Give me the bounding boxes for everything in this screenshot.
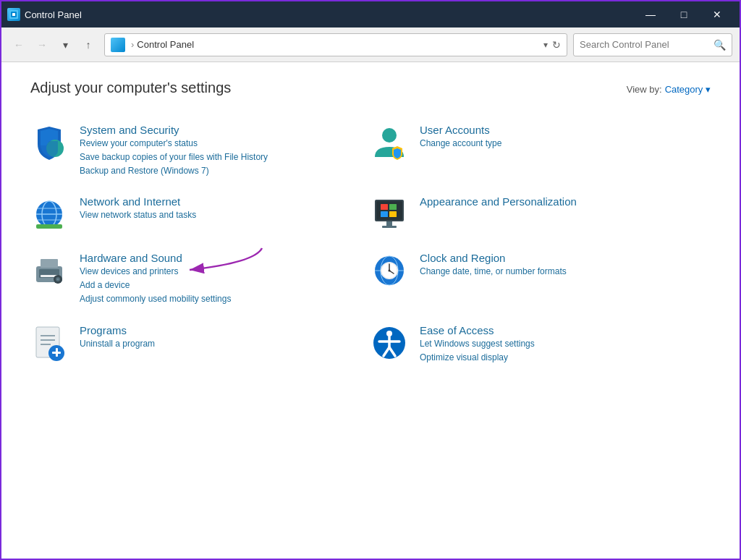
clock-region-text: Clock and Region Change date, time, or n… (420, 252, 567, 278)
category-system-security: System and Security Review your computer… (30, 116, 370, 188)
search-icon: 🔍 (714, 39, 726, 51)
categories-grid: System and Security Review your computer… (30, 116, 711, 375)
address-bar: › Control Panel ▾ ↻ (104, 33, 567, 56)
refresh-button[interactable]: ↻ (552, 39, 561, 51)
search-input[interactable] (580, 39, 714, 50)
programs-link-1[interactable]: Uninstall a program (80, 338, 155, 350)
up-button[interactable]: ↑ (78, 35, 98, 55)
minimize-button[interactable]: — (634, 1, 667, 27)
window-controls: — □ ✕ (634, 1, 734, 27)
svg-rect-16 (381, 211, 388, 217)
system-security-link-3[interactable]: Backup and Restore (Windows 7) (80, 165, 268, 177)
svg-rect-2 (12, 13, 15, 16)
recent-dropdown-button[interactable]: ▾ (55, 35, 75, 55)
hardware-sound-icon (30, 252, 68, 289)
hardware-sound-link-1[interactable]: View devices and printers (80, 266, 231, 278)
user-accounts-icon (370, 124, 408, 161)
hardware-sound-text: Hardware and Sound View devices and prin… (80, 252, 231, 305)
view-by-label: View by: (627, 84, 662, 95)
svg-rect-23 (41, 259, 58, 268)
network-internet-link-1[interactable]: View network status and tasks (80, 209, 196, 221)
system-security-title[interactable]: System and Security (80, 124, 268, 136)
navigation-bar: ← → ▾ ↑ › Control Panel ▾ ↻ 🔍 (1, 27, 740, 62)
hardware-sound-link-2[interactable]: Add a device (80, 279, 231, 292)
category-clock-region: Clock and Region Change date, time, or n… (370, 245, 711, 316)
category-appearance: Appearance and Personalization (370, 188, 711, 245)
back-button[interactable]: ← (9, 35, 29, 55)
close-button[interactable]: ✕ (700, 1, 734, 27)
ease-of-access-icon (370, 324, 408, 362)
window: Control Panel — □ ✕ ← → ▾ ↑ › Control Pa… (0, 0, 741, 560)
content-area: Adjust your computer's settings View by:… (1, 62, 740, 559)
network-internet-icon (30, 195, 68, 233)
svg-rect-18 (386, 221, 392, 226)
address-dropdown-button[interactable]: ▾ (543, 40, 548, 50)
ease-of-access-text: Ease of Access Let Windows suggest setti… (420, 324, 535, 364)
category-hardware-sound: Hardware and Sound View devices and prin… (30, 245, 370, 316)
svg-rect-11 (36, 224, 62, 229)
page-title: Adjust your computer's settings (30, 80, 231, 96)
svg-point-26 (57, 279, 59, 280)
user-accounts-link-1[interactable]: Change account type (420, 137, 501, 150)
maximize-button[interactable]: □ (667, 1, 700, 27)
clock-region-icon (370, 252, 408, 289)
address-bar-icon (111, 38, 125, 52)
view-by: View by: Category ▾ (627, 84, 711, 95)
appearance-text: Appearance and Personalization (420, 195, 577, 208)
system-security-icon (30, 124, 68, 161)
svg-rect-15 (389, 204, 397, 210)
app-icon (7, 8, 20, 21)
hardware-sound-link-3[interactable]: Adjust commonly used mobility settings (80, 293, 231, 305)
system-security-link-1[interactable]: Review your computer's status (80, 137, 268, 150)
svg-point-35 (389, 270, 391, 272)
category-ease-of-access: Ease of Access Let Windows suggest setti… (370, 317, 711, 376)
network-internet-text: Network and Internet View network status… (80, 195, 196, 221)
category-user-accounts: User Accounts Change account type (370, 116, 711, 188)
ease-of-access-link-1[interactable]: Let Windows suggest settings (420, 338, 535, 350)
svg-rect-19 (382, 226, 397, 228)
view-by-value[interactable]: Category ▾ (665, 84, 711, 95)
programs-text: Programs Uninstall a program (80, 324, 155, 350)
user-accounts-text: User Accounts Change account type (420, 124, 501, 150)
programs-icon (30, 324, 68, 362)
title-bar: Control Panel — □ ✕ (1, 1, 740, 27)
window-title: Control Panel (25, 9, 634, 20)
category-network-internet: Network and Internet View network status… (30, 188, 370, 245)
appearance-title[interactable]: Appearance and Personalization (420, 195, 577, 208)
search-bar: 🔍 (573, 33, 732, 56)
category-programs: Programs Uninstall a program (30, 317, 370, 376)
content-header: Adjust your computer's settings View by:… (30, 80, 711, 96)
ease-of-access-link-2[interactable]: Optimize visual display (420, 352, 535, 364)
address-separator: › (131, 39, 134, 50)
user-accounts-title[interactable]: User Accounts (420, 124, 501, 136)
system-security-link-2[interactable]: Save backup copies of your files with Fi… (80, 151, 268, 164)
appearance-icon (370, 195, 408, 233)
address-text: Control Panel (137, 39, 541, 50)
svg-rect-14 (381, 204, 388, 210)
clock-region-link-1[interactable]: Change date, time, or number formats (420, 266, 567, 278)
hardware-sound-title[interactable]: Hardware and Sound (80, 252, 231, 264)
clock-region-title[interactable]: Clock and Region (420, 252, 567, 264)
network-internet-title[interactable]: Network and Internet (80, 195, 196, 208)
system-security-text: System and Security Review your computer… (80, 124, 268, 177)
svg-rect-17 (389, 211, 397, 217)
svg-point-4 (382, 128, 397, 143)
programs-title[interactable]: Programs (80, 324, 155, 336)
forward-button[interactable]: → (32, 35, 52, 55)
svg-rect-13 (376, 201, 402, 220)
svg-rect-43 (56, 348, 58, 357)
ease-of-access-title[interactable]: Ease of Access (420, 324, 535, 336)
